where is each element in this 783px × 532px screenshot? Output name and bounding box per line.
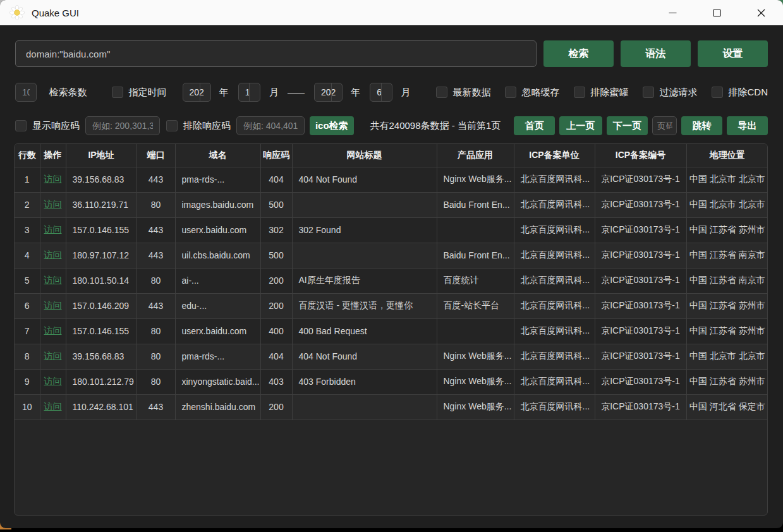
close-button[interactable] [739,0,783,25]
minimize-button[interactable] [650,0,695,25]
ignore-cache-checkbox[interactable] [505,87,516,98]
settings-button[interactable]: 设置 [698,40,768,67]
exclude-response-code-input[interactable] [236,116,305,135]
titlebar: Quake GUI [0,0,783,25]
cell-location: 中国 江苏省 苏州市 [686,293,768,318]
visit-link[interactable]: 访问 [44,224,62,234]
cell-location: 中国 江苏省 南京市 [686,268,768,293]
cell-icp-unit: 北京百度网讯科... [514,293,595,318]
cell-icp-unit: 北京百度网讯科... [514,369,595,394]
cell-port: 443 [137,243,175,268]
end-year-unit: 年 [351,87,360,99]
cell-site-title: 302 Found [292,217,437,243]
cell-response-code: 302 [260,217,292,243]
export-button[interactable]: 导出 [727,116,768,135]
exclude-honeypot-label: 排除蜜罐 [591,87,629,99]
cell-domain: images.baidu.com [175,192,260,217]
cell-port: 80 [137,318,175,344]
cell-site-title: 403 Forbidden [292,369,437,394]
cell-row-number: 2 [15,192,40,217]
window-controls [650,0,783,25]
filter-pagination-row: 显示响应码 排除响应码 ico检索 共有240098条数据 - 当前第1页 首页… [15,116,768,135]
cell-icp-number: 京ICP证030173号-1 [595,293,686,318]
spinner-divider [200,83,200,101]
cell-row-number: 6 [15,293,40,318]
visit-link[interactable]: 访问 [44,376,62,386]
show-response-code-checkbox[interactable] [15,120,27,131]
visit-link[interactable]: 访问 [44,250,62,260]
syntax-button[interactable]: 语法 [621,40,691,67]
ico-search-button[interactable]: ico检索 [310,116,354,135]
start-year-input[interactable] [183,83,211,102]
maximize-button[interactable] [695,0,739,25]
cell-domain: userx.baidu.com [175,217,260,243]
column-header: 域名 [175,144,260,167]
cell-icp-unit: 北京百度网讯科... [514,318,595,344]
exclude-cdn-label: 排除CDN [729,87,768,99]
show-response-code-input[interactable] [85,116,160,135]
visit-link[interactable]: 访问 [44,275,62,285]
visit-link[interactable]: 访问 [44,300,62,310]
cell-icp-unit: 北京百度网讯科... [514,243,595,268]
app-window: Quake GUI 检索 语法 设置 检索条数 指定时间 [0,0,783,528]
result-count-label: 检索条数 [49,87,87,99]
table-row: 2访问36.110.219.7180images.baidu.com500Bai… [15,192,768,217]
cell-site-title: 百度汉语 - 更懂汉语，更懂你 [292,293,437,318]
next-page-button[interactable]: 下一页 [607,116,648,135]
latest-data-label: 最新数据 [453,87,491,99]
table-row: 9访问180.101.212.7980xinyongstatic.baid...… [15,369,768,394]
table-row: 4访问180.97.107.12443uil.cbs.baidu.com500B… [15,243,768,268]
cell-port: 443 [137,293,175,318]
cell-icp-number: 京ICP证030173号-1 [595,268,686,293]
cell-site-title: 400 Bad Request [292,318,437,344]
cell-location: 中国 江苏省 苏州市 [686,318,768,344]
window-title: Quake GUI [32,8,79,18]
cell-port: 443 [137,394,175,420]
page-number-input[interactable] [652,116,677,135]
cell-action: 访问 [40,167,66,192]
cell-row-number: 7 [15,318,40,344]
exclude-response-code-checkbox[interactable] [166,120,178,131]
jump-page-button[interactable]: 跳转 [681,116,722,135]
first-page-button[interactable]: 首页 [514,116,555,135]
spinner-divider [249,83,250,101]
end-year-input[interactable] [314,83,343,102]
cell-product: Baidu Front En... [437,192,514,217]
table-head-row: 行数操作IP地址端口域名响应码网站标题产品应用ICP备案单位ICP备案编号地理位… [15,144,768,167]
visit-link[interactable]: 访问 [44,174,62,184]
table-row: 8访问39.156.68.8380pma-rds-...404404 Not F… [15,344,768,369]
cell-site-title [292,394,437,420]
table-row: 1访问39.156.68.83443pma-rds-...404404 Not … [15,167,768,192]
cell-port: 443 [137,167,175,192]
cell-domain: edu-... [175,293,260,318]
filter-request-checkbox[interactable] [643,87,654,98]
cell-response-code: 200 [260,394,292,420]
prev-page-button[interactable]: 上一页 [559,116,602,135]
cell-icp-number: 京ICP证030173号-1 [595,344,686,369]
result-count-input[interactable] [15,83,37,102]
cell-ip: 36.110.219.71 [66,192,137,217]
cell-port: 80 [137,344,175,369]
cell-action: 访问 [40,243,66,268]
cell-action: 访问 [40,293,66,318]
cell-icp-number: 京ICP证030173号-1 [595,243,686,268]
column-header: 操作 [40,144,66,167]
end-month-unit: 月 [401,87,411,99]
visit-link[interactable]: 访问 [44,401,62,411]
exclude-honeypot-checkbox[interactable] [574,87,585,98]
visit-link[interactable]: 访问 [44,351,62,361]
visit-link[interactable]: 访问 [44,199,62,209]
cell-row-number: 5 [15,268,40,293]
cell-product: Baidu Front En... [437,243,514,268]
search-button[interactable]: 检索 [543,40,614,67]
time-range-checkbox[interactable] [112,87,123,98]
query-input[interactable] [15,40,537,67]
cell-domain: userx.baidu.com [175,318,260,344]
exclude-cdn-checkbox[interactable] [712,87,723,98]
cell-location: 中国 河北省 保定市 [686,394,768,420]
latest-data-checkbox[interactable] [436,87,447,98]
visit-link[interactable]: 访问 [44,325,62,336]
exclude-response-code-label: 排除响应码 [183,120,231,132]
results-summary: 共有240098条数据 - 当前第1页 [370,120,501,132]
search-row: 检索 语法 设置 [15,40,768,67]
